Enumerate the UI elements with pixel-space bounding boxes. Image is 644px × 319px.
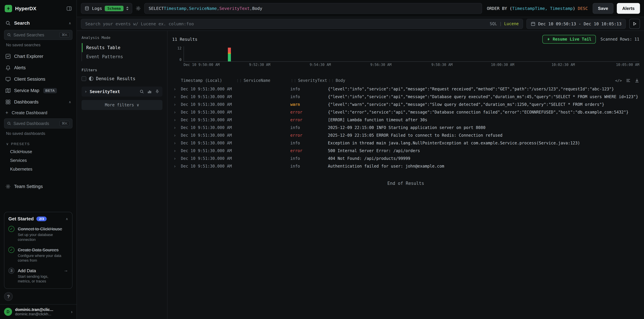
avatar: D <box>4 308 12 316</box>
step-desc: Start sending logs, metrics, or traces <box>18 274 60 284</box>
sidebar-collapse-icon[interactable] <box>66 6 72 11</box>
row-expand-icon[interactable]: › <box>172 141 181 146</box>
row-timestamp: Dec 10 9:51:30.000 AM <box>181 110 236 115</box>
sidebar-item-client-sessions[interactable]: Client Sessions <box>0 73 76 85</box>
row-expand-icon[interactable]: › <box>172 156 181 161</box>
table-row[interactable]: ›Dec 10 9:51:30.000 AMinfoException in t… <box>172 139 639 147</box>
table-row[interactable]: ›Dec 10 9:51:30.000 AMwarn{"level":"warn… <box>172 101 639 108</box>
order-by-clause[interactable]: ORDER BY (TimestampTime, Timestamp) DESC <box>486 6 589 11</box>
drag-grip-icon[interactable]: ⋮⋮ <box>328 78 334 82</box>
row-timestamp: Dec 10 9:51:30.000 AM <box>181 118 236 122</box>
more-filters-button[interactable]: More filters ∨ <box>82 100 162 110</box>
brand-name: HyperDX <box>15 6 64 11</box>
table-row[interactable]: ›Dec 10 9:51:30.000 AMinfoAuthentication… <box>172 162 639 170</box>
run-query-button[interactable] <box>629 19 640 29</box>
analysis-mode-title: Analysis Mode <box>82 35 162 40</box>
row-density-icon[interactable] <box>626 78 630 83</box>
table-row[interactable]: ›Dec 10 9:51:30.000 AMerror2025-12-09 22… <box>172 131 639 139</box>
mode-event-patterns[interactable]: Event Patterns <box>82 52 162 61</box>
save-button[interactable]: Save <box>593 3 614 14</box>
column-header-severitytext[interactable]: ⋮⋮SeverityText <box>290 78 328 83</box>
table-row[interactable]: ›Dec 10 9:51:30.000 AMerror{"level":"err… <box>172 108 639 116</box>
sidebar-item-alerts[interactable]: Alerts <box>0 62 76 73</box>
presets-toggle[interactable]: ∨ PRESETS <box>0 139 76 147</box>
denoise-checkbox[interactable] <box>82 76 86 81</box>
facet-chart-icon[interactable] <box>147 89 152 94</box>
check-circle-icon: ✓ <box>8 226 14 232</box>
row-expand-icon[interactable]: › <box>172 164 181 169</box>
create-dashboard-button[interactable]: + Create Dashboard <box>0 108 76 118</box>
event-search-input[interactable]: SQL | Lucene <box>81 19 523 29</box>
facet-pin-icon[interactable] <box>155 89 160 94</box>
chart-x-tick: 10:00:30 AM <box>491 63 514 67</box>
download-icon[interactable] <box>634 78 639 83</box>
histogram-bar[interactable] <box>228 48 231 61</box>
user-email: dominic.tran@clickh... <box>15 312 68 316</box>
drag-grip-icon[interactable]: ⋮⋮ <box>290 78 296 82</box>
sql-select-input[interactable]: SELECT Timestamp,ServiceName,SeverityTex… <box>144 3 482 14</box>
alerts-button[interactable]: Alerts <box>617 3 640 14</box>
step-title: Add Data <box>18 268 36 273</box>
chevron-right-icon[interactable]: › <box>84 89 87 94</box>
chevron-up-icon[interactable]: ∧ <box>69 21 71 25</box>
saved-searches-input[interactable]: ⌘K <box>4 30 72 40</box>
user-menu[interactable]: D dominic.tran@clic... dominic.tran@clic… <box>0 304 76 319</box>
nav-label: Team Settings <box>14 184 43 189</box>
row-severity: info <box>290 141 328 145</box>
get-started-step-add-data[interactable]: 3 Add Data Start sending logs, metrics, … <box>8 267 68 284</box>
source-selector[interactable]: Logs Schema <box>81 3 132 14</box>
mode-sql[interactable]: SQL <box>490 21 497 26</box>
drag-grip-icon[interactable]: ⋮⋮ <box>236 78 242 82</box>
event-search-field[interactable] <box>85 21 486 26</box>
date-range-picker[interactable]: Dec 10 09:50:13 - Dec 10 10:05:13 <box>526 19 626 29</box>
help-button[interactable]: ? <box>4 292 13 301</box>
preset-clickhouse[interactable]: ClickHouse <box>0 147 76 156</box>
column-header-body[interactable]: ⋮⋮Body <box>328 78 639 83</box>
get-started-step-sources[interactable]: ✓ Create Data Sources Configure where yo… <box>8 247 68 263</box>
saved-searches-field[interactable] <box>14 32 57 37</box>
table-row[interactable]: ›Dec 10 9:51:30.000 AMinfo2025-12-09 22:… <box>172 124 639 131</box>
sidebar-item-search[interactable]: Search ∧ <box>0 17 76 29</box>
nav-label: Alerts <box>14 65 26 70</box>
row-expand-icon[interactable]: › <box>172 94 181 99</box>
sidebar-item-team-settings[interactable]: Team Settings <box>0 181 76 192</box>
sidebar-item-chart-explorer[interactable]: Chart Explorer <box>0 51 76 62</box>
source-settings-gear-icon[interactable] <box>136 6 141 11</box>
row-expand-icon[interactable]: › <box>172 102 181 107</box>
sidebar-item-dashboards[interactable]: Dashboards ∧ <box>0 96 76 108</box>
table-row[interactable]: ›Dec 10 9:51:30.000 AMinfo404 Not Found:… <box>172 155 639 162</box>
mode-lucene[interactable]: Lucene <box>504 21 519 26</box>
step-title: Connect to ClickHouse <box>18 226 62 232</box>
sidebar-item-service-map[interactable]: Service Map BETA <box>0 85 76 96</box>
table-row[interactable]: ›Dec 10 9:51:30.000 AMerror500 Internal … <box>172 147 639 155</box>
row-expand-icon[interactable]: › <box>172 148 181 153</box>
table-row[interactable]: ›Dec 10 9:51:30.000 AMinfo{"level":"info… <box>172 85 639 93</box>
preset-label: ClickHouse <box>10 149 32 154</box>
saved-dashboards-field[interactable] <box>14 121 57 126</box>
row-expand-icon[interactable]: › <box>172 125 181 130</box>
preset-kubernetes[interactable]: Kubernetes <box>0 165 76 173</box>
get-started-header[interactable]: Get Started 2/3 ∧ <box>8 216 68 222</box>
row-expand-icon[interactable]: › <box>172 133 181 138</box>
row-severity: warn <box>290 102 328 107</box>
facet-search-icon[interactable] <box>140 89 144 94</box>
table-row[interactable]: ›Dec 10 9:51:30.000 AMinfo{"level":"info… <box>172 93 639 101</box>
column-header-timestamp[interactable]: Timestamp (Local) <box>181 78 236 83</box>
facet-severitytext[interactable]: › SeverityText <box>82 86 162 97</box>
create-dashboard-label: Create Dashboard <box>12 110 47 115</box>
chevron-up-icon[interactable]: ∧ <box>66 217 68 221</box>
resume-live-tail-button[interactable]: Resume Live Tail <box>542 35 596 44</box>
row-timestamp: Dec 10 9:51:30.000 AM <box>181 141 236 145</box>
row-expand-icon[interactable]: › <box>172 117 181 122</box>
get-started-step-connect[interactable]: ✓ Connect to ClickHouse Set up your data… <box>8 226 68 242</box>
row-expand-icon[interactable]: › <box>172 86 181 92</box>
code-view-icon[interactable]: </> <box>615 78 622 83</box>
column-header-servicename[interactable]: ⋮⋮ServiceName <box>236 78 290 83</box>
saved-dashboards-input[interactable]: ⌘K <box>4 118 72 128</box>
mode-results-table[interactable]: Results Table <box>82 43 162 52</box>
denoise-results-toggle[interactable]: Denoise Results <box>82 76 162 81</box>
row-expand-icon[interactable]: › <box>172 110 181 115</box>
preset-services[interactable]: Services <box>0 156 76 165</box>
table-row[interactable]: ›Dec 10 9:51:30.000 AMerror[ERROR] Lambd… <box>172 116 639 124</box>
chevron-up-icon[interactable]: ∧ <box>69 100 71 104</box>
